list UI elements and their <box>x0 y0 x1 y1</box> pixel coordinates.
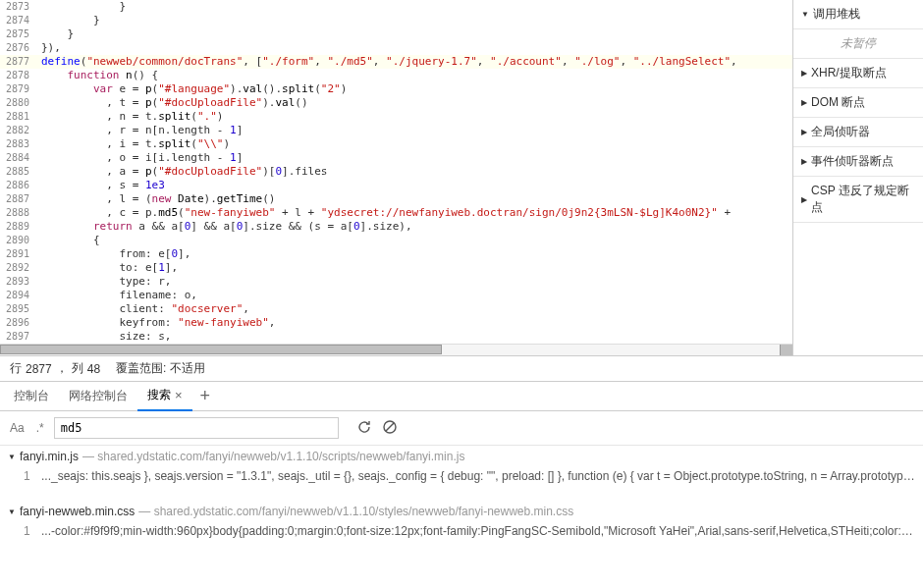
svg-line-1 <box>386 423 394 431</box>
line-number: 2883 <box>0 137 41 151</box>
csp-breakpoints-section[interactable]: ▶CSP 违反了规定断点 <box>793 177 923 223</box>
result-line[interactable]: 1 ...-color:#f9f9f9;min-width:960px}body… <box>0 522 923 540</box>
status-coverage-label: 覆盖范围: <box>116 360 166 377</box>
line-number: 2880 <box>0 96 41 110</box>
code-line[interactable]: 2896 keyfrom: "new-fanyiweb", <box>0 316 792 330</box>
csp-label: CSP 违反了规定断点 <box>811 183 915 216</box>
arrow-down-icon: ▼ <box>8 508 16 516</box>
code-line[interactable]: 2897 size: s, <box>0 330 792 344</box>
xhr-breakpoints-section[interactable]: ▶XHR/提取断点 <box>793 59 923 88</box>
code-area[interactable]: 2873 }2874 }2875 }2876}),2877define("new… <box>0 0 792 344</box>
add-tab-button[interactable]: + <box>192 386 219 406</box>
tab-search[interactable]: 搜索× <box>137 382 192 411</box>
code-line[interactable]: 2892 to: e[1], <box>0 261 792 275</box>
code-line[interactable]: 2887 , l = (new Date).getTime() <box>0 192 792 206</box>
code-line[interactable]: 2885 , a = p("#docUploadFile")[0].files <box>0 165 792 179</box>
result-file-path: — shared.ydstatic.com/fanyi/newweb/v1.1.… <box>138 505 573 518</box>
code-line[interactable]: 2874 } <box>0 14 792 27</box>
line-number: 2876 <box>0 41 41 55</box>
code-content: type: r, <box>41 275 792 289</box>
code-line[interactable]: 2884 , o = i[i.length - 1] <box>0 151 792 165</box>
line-number: 2886 <box>0 179 41 192</box>
line-number: 2884 <box>0 151 41 165</box>
line-number: 2877 <box>0 55 41 69</box>
status-sep: ， <box>56 360 68 377</box>
code-line[interactable]: 2890 { <box>0 234 792 247</box>
tab-console[interactable]: 控制台 <box>4 382 59 411</box>
result-line-text: ..._seajs: this.seajs }, seajs.version =… <box>41 469 915 483</box>
debugger-sidebar: ▼调用堆栈 未暂停 ▶XHR/提取断点 ▶DOM 断点 ▶全局侦听器 ▶事件侦听… <box>792 0 923 355</box>
code-content: , c = p.md5("new-fanyiweb" + l + "ydsecr… <box>41 206 792 220</box>
code-content: , l = (new Date).getTime() <box>41 192 792 206</box>
global-listeners-section[interactable]: ▶全局侦听器 <box>793 118 923 147</box>
code-content: { <box>41 234 792 247</box>
code-line[interactable]: 2877define("newweb/common/docTrans", [".… <box>0 55 792 69</box>
code-line[interactable]: 2880 , t = p("#docUploadFile").val() <box>0 96 792 110</box>
global-label: 全局侦听器 <box>811 124 870 140</box>
code-content: , r = n[n.length - 1] <box>41 124 792 137</box>
scrollbar-thumb[interactable] <box>0 345 442 354</box>
code-line[interactable]: 2873 } <box>0 0 792 14</box>
callstack-section[interactable]: ▼调用堆栈 <box>793 0 923 29</box>
regex-toggle[interactable]: .* <box>34 421 46 435</box>
code-content: keyfrom: "new-fanyiweb", <box>41 316 792 330</box>
code-line[interactable]: 2876}), <box>0 41 792 55</box>
code-content: define("newweb/common/docTrans", ["./for… <box>41 55 792 69</box>
code-line[interactable]: 2889 return a && a[0] && a[0].size && (s… <box>0 220 792 234</box>
code-line[interactable]: 2886 , s = 1e3 <box>0 179 792 192</box>
code-content: , a = p("#docUploadFile")[0].files <box>41 165 792 179</box>
case-sensitive-toggle[interactable]: Aa <box>8 421 27 435</box>
code-content: }), <box>41 41 792 55</box>
xhr-label: XHR/提取断点 <box>811 65 887 81</box>
line-number: 2897 <box>0 330 41 344</box>
bottom-panel: 控制台 网络控制台 搜索× + Aa .* ▼ fanyi.min.js — s… <box>0 381 923 587</box>
code-content: , o = i[i.length - 1] <box>41 151 792 165</box>
source-code-pane[interactable]: 2873 }2874 }2875 }2876}),2877define("new… <box>0 0 792 355</box>
line-number: 2895 <box>0 302 41 316</box>
status-line-value: 2877 <box>26 362 52 376</box>
arrow-right-icon: ▶ <box>801 195 807 204</box>
status-coverage-value: 不适用 <box>170 360 205 377</box>
code-content: to: e[1], <box>41 261 792 275</box>
line-number: 2874 <box>0 14 41 27</box>
code-line[interactable]: 2881 , n = t.split(".") <box>0 110 792 124</box>
result-file-header[interactable]: ▼ fanyi-newweb.min.css — shared.ydstatic… <box>0 501 923 522</box>
refresh-search-button[interactable] <box>356 419 372 438</box>
result-line[interactable]: 1 ..._seajs: this.seajs }, seajs.version… <box>0 467 923 485</box>
status-bar: 行 2877， 列 48 覆盖范围: 不适用 <box>0 355 923 381</box>
code-line[interactable]: 2875 } <box>0 27 792 41</box>
code-line[interactable]: 2879 var e = p("#language").val().split(… <box>0 82 792 96</box>
line-number: 2878 <box>0 69 41 82</box>
line-number: 2879 <box>0 82 41 96</box>
close-icon[interactable]: × <box>175 388 183 402</box>
code-line[interactable]: 2878 function n() { <box>0 69 792 82</box>
tab-netconsole[interactable]: 网络控制台 <box>59 382 137 411</box>
line-number: 2888 <box>0 206 41 220</box>
code-line[interactable]: 2893 type: r, <box>0 275 792 289</box>
code-line[interactable]: 2895 client: "docserver", <box>0 302 792 316</box>
arrow-right-icon: ▶ <box>801 157 807 166</box>
line-number: 2887 <box>0 192 41 206</box>
code-line[interactable]: 2891 from: e[0], <box>0 247 792 261</box>
line-number: 2875 <box>0 27 41 41</box>
line-number: 2882 <box>0 124 41 137</box>
event-listener-breakpoints-section[interactable]: ▶事件侦听器断点 <box>793 147 923 177</box>
code-line[interactable]: 2888 , c = p.md5("new-fanyiweb" + l + "y… <box>0 206 792 220</box>
search-input[interactable] <box>54 417 339 439</box>
code-content: from: e[0], <box>41 247 792 261</box>
dom-breakpoints-section[interactable]: ▶DOM 断点 <box>793 88 923 118</box>
status-col-label: 列 <box>72 360 83 377</box>
code-line[interactable]: 2883 , i = t.split("\\") <box>0 137 792 151</box>
line-number: 2881 <box>0 110 41 124</box>
code-content: size: s, <box>41 330 792 344</box>
code-line[interactable]: 2882 , r = n[n.length - 1] <box>0 124 792 137</box>
line-number: 2885 <box>0 165 41 179</box>
dom-label: DOM 断点 <box>811 94 865 111</box>
code-line[interactable]: 2894 filename: o, <box>0 289 792 302</box>
code-content: } <box>41 0 792 14</box>
code-content: var e = p("#language").val().split("2") <box>41 82 792 96</box>
clear-search-button[interactable] <box>382 419 398 438</box>
horizontal-scrollbar[interactable] <box>0 344 792 355</box>
arrow-right-icon: ▶ <box>801 128 807 136</box>
result-file-header[interactable]: ▼ fanyi.min.js — shared.ydstatic.com/fan… <box>0 446 923 467</box>
